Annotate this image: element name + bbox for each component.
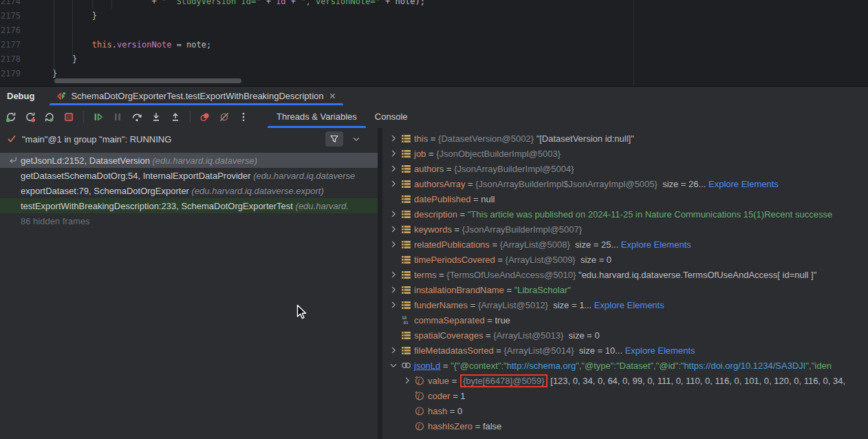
- value-segment: {JsonObjectBuilderImpl@5003}: [436, 149, 561, 159]
- frame-row[interactable]: 86 hidden frames: [0, 213, 378, 228]
- explore-elements-link[interactable]: Explore Elements: [621, 239, 691, 250]
- rerun-icon[interactable]: [5, 111, 17, 123]
- chevron-right-icon[interactable]: [388, 239, 399, 250]
- right-margin-guide: [633, 0, 634, 86]
- tab-threads-variables[interactable]: Threads & Variables: [268, 105, 366, 128]
- variable-name: value: [428, 376, 449, 386]
- variable-row[interactable]: spatialCoverages = {ArrayList@5013} size…: [382, 328, 868, 343]
- rows-icon: [400, 270, 411, 279]
- frame-row[interactable]: getDatasetSchemaDotOrg:54, InternalExpor…: [0, 168, 378, 183]
- variable-row[interactable]: jsonLd = "{"@context":"http://schema.org…: [382, 358, 868, 373]
- variable-row[interactable]: relatedPublications = {ArrayList@5008} s…: [382, 237, 868, 252]
- value-segment: ","@type":"Dataset","@id":": [576, 361, 684, 371]
- frame-method-text: getJsonLd:2152, DatasetVersion: [21, 156, 153, 166]
- toolbar-divider: [190, 111, 191, 122]
- horizontal-scrollbar[interactable]: [54, 78, 241, 83]
- filter-frames-button[interactable]: [325, 131, 343, 147]
- value-segment: https://doi.org/10.1234/SA3DJI: [684, 361, 805, 371]
- frame-package-text: (edu.harvard.iq.dataverse): [153, 156, 257, 166]
- pause-icon[interactable]: [111, 111, 124, 123]
- variable-row[interactable]: timePeriodsCovered = {ArrayList@5009} si…: [382, 252, 868, 267]
- chevron-right-icon[interactable]: [388, 299, 399, 310]
- equals-sign: =: [444, 164, 454, 174]
- equals-sign: =: [495, 255, 506, 265]
- variable-row[interactable]: 1001commaSeparated = true: [382, 312, 868, 328]
- variable-name: installationBrandName: [414, 285, 504, 295]
- more-icon[interactable]: [237, 111, 250, 123]
- variable-row[interactable]: fvalue = {byte[66478]@5059} [123, 0, 34,…: [382, 373, 868, 388]
- variable-row[interactable]: terms = {TermsOfUseAndAccess@5010} "edu.…: [382, 267, 868, 282]
- variable-row[interactable]: fhashIsZero = false: [382, 418, 868, 433]
- variable-row[interactable]: description = "This article was publishe…: [382, 206, 868, 222]
- variable-name: hashIsZero: [428, 421, 473, 431]
- restart-icon[interactable]: [43, 111, 56, 123]
- thread-header[interactable]: "main"@1 in group "main": RUNNING: [0, 128, 378, 150]
- variable-row[interactable]: funderNames = {ArrayList@5012} size = 1.…: [382, 297, 868, 312]
- variable-row[interactable]: fcoder = 1: [382, 388, 868, 403]
- code-text: + " StudyVersion id=" + id + ", versionN…: [21, 0, 425, 9]
- code-lines: 2174 + " StudyVersion id=" + id + ", ver…: [0, 0, 868, 81]
- step-over-icon[interactable]: [131, 111, 143, 123]
- code-token: }: [52, 54, 77, 64]
- frame-method-text: exportDataset:79, SchemaDotOrgExporter: [21, 186, 192, 196]
- debug-session-tab[interactable]: SchemaDotOrgExporterTest.testExportWithB…: [50, 87, 343, 105]
- frame-row[interactable]: testExportWithBreakingDescription:233, S…: [0, 198, 378, 213]
- resume-icon[interactable]: [92, 111, 105, 123]
- chevron-right-icon[interactable]: [388, 269, 399, 280]
- value-segment: "[DatasetVersion id:null]": [536, 133, 634, 144]
- value-segment: 0: [457, 406, 462, 416]
- chevron-right-icon[interactable]: [388, 284, 399, 295]
- chevron-right-icon[interactable]: [388, 208, 399, 220]
- panel-splitter[interactable]: [378, 128, 382, 439]
- return-arrow-icon: [6, 156, 21, 165]
- variable-row[interactable]: datePublished = null: [382, 191, 868, 206]
- frame-row[interactable]: exportDataset:79, SchemaDotOrgExporter (…: [0, 183, 378, 198]
- code-token: ", versionNote=": [301, 0, 380, 6]
- chevron-slot: [388, 314, 399, 325]
- frame-row[interactable]: getJsonLd:2152, DatasetVersion (edu.harv…: [0, 153, 378, 168]
- explore-elements-link[interactable]: Explore Elements: [594, 300, 664, 310]
- value-segment: {JsonArrayBuilderImpl$JsonArrayImpl@5005…: [475, 179, 662, 189]
- variable-row[interactable]: job = {JsonObjectBuilderImpl@5003}: [382, 146, 868, 161]
- step-out-icon[interactable]: [169, 111, 182, 123]
- chevron-right-icon[interactable]: [388, 345, 399, 356]
- variable-row[interactable]: installationBrandName = "LibraScholar": [382, 282, 868, 297]
- rows-icon: [400, 255, 411, 264]
- stop-icon[interactable]: [63, 111, 75, 123]
- chevron-right-icon[interactable]: [388, 178, 399, 189]
- frame-method-text: testExportWithBreakingDescription:233, S…: [21, 201, 296, 211]
- variable-row[interactable]: this = {DatasetVersion@5002} "[DatasetVe…: [382, 131, 868, 146]
- chevron-right-icon[interactable]: [388, 133, 399, 144]
- frame-method-text: getDatasetSchemaDotOrg:54, InternalExpor…: [21, 171, 253, 181]
- chevron-down-icon[interactable]: [388, 360, 399, 371]
- tab-console[interactable]: Console: [366, 105, 417, 128]
- variable-name: authors: [414, 164, 444, 174]
- variable-name: coder: [428, 391, 451, 401]
- explore-elements-link[interactable]: Explore Elements: [708, 179, 779, 189]
- variable-row[interactable]: keywords = {JsonArrayBuilderImpl@5007}: [382, 222, 868, 237]
- mute-breakpoints-icon[interactable]: [218, 111, 230, 123]
- variable-row[interactable]: authorsArray = {JsonArrayBuilderImpl$Jso…: [382, 176, 868, 191]
- view-breakpoints-icon[interactable]: [199, 111, 211, 123]
- equals-sign: =: [470, 194, 481, 204]
- close-icon[interactable]: [329, 92, 336, 100]
- chevron-right-icon[interactable]: [388, 224, 399, 235]
- chevron-right-icon[interactable]: [388, 148, 399, 159]
- step-into-icon[interactable]: [150, 111, 162, 123]
- variable-row[interactable]: fhash = 0: [382, 403, 868, 418]
- debugger-content: "main"@1 in group "main": RUNNING getJso…: [0, 128, 868, 439]
- code-editor[interactable]: 2174 + " StudyVersion id=" + id + ", ver…: [0, 0, 868, 87]
- value-segment: ","iden: [805, 361, 831, 371]
- variable-row[interactable]: authors = {JsonArrayBuilderImpl@5004}: [382, 161, 868, 176]
- line-number: 2179: [0, 67, 21, 81]
- chevron-right-icon[interactable]: [402, 375, 413, 386]
- chevron-down-icon[interactable]: [351, 134, 361, 144]
- explore-elements-link[interactable]: Explore Elements: [625, 345, 695, 356]
- field-icon: f: [414, 421, 425, 431]
- variable-name: spatialCoverages: [414, 330, 483, 341]
- chevron-right-icon[interactable]: [388, 163, 399, 174]
- variable-row[interactable]: fileMetadatasSorted = {ArrayList@5014} s…: [382, 343, 868, 358]
- frame-package-text: (edu.harvard.iq.dataverse.export): [192, 186, 324, 196]
- rerun-failed-icon[interactable]: [24, 111, 36, 123]
- code-text: }: [21, 9, 97, 23]
